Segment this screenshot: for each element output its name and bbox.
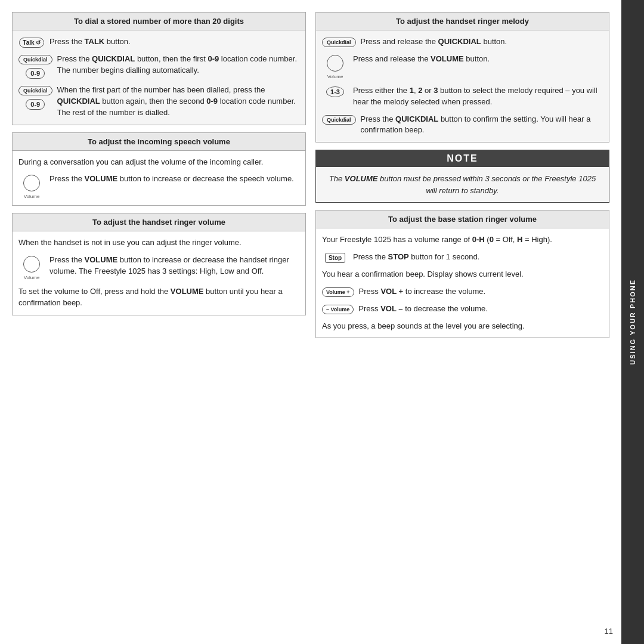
page-number: 11 bbox=[605, 627, 613, 636]
melody-step-4-text: Press the QUICKDIAL button to confirm th… bbox=[361, 114, 603, 137]
quickdial-09-2-icon-cell: Quickdial 0-9 bbox=[18, 85, 52, 110]
talk-arrow: ↺ bbox=[36, 39, 41, 46]
handset-ringer-section: To adjust the handset ringer volume When… bbox=[12, 213, 306, 315]
base-ringer-section: To adjust the base station ringer volume… bbox=[315, 210, 609, 338]
volume-circle-icon-2 bbox=[23, 256, 40, 273]
stop-icon-cell: Stop bbox=[322, 252, 348, 263]
handset-step-1-text: When the handset is not in use you can a… bbox=[18, 237, 299, 249]
handset-step-3-text: To set the volume to Off, press and hold… bbox=[18, 286, 299, 309]
dial-stored-section: To dial a stored number of more than 20 … bbox=[12, 12, 306, 125]
right-column: To adjust the handset ringer melody Quic… bbox=[315, 12, 609, 632]
13-icon-cell: 1-3 bbox=[322, 85, 348, 97]
quickdial-icon-cell-melody: Quickdial bbox=[322, 36, 356, 47]
volume-stack-1: Volume bbox=[23, 175, 40, 199]
talk-label: Talk bbox=[23, 39, 34, 46]
melody-step-1-text: Press and release the QUICKDIAL button. bbox=[361, 36, 603, 48]
base-step-6-text: As you press, a beep sounds at the level… bbox=[322, 321, 603, 332]
quickdial-09-2-stack: Quickdial 0-9 bbox=[18, 86, 52, 110]
quickdial-icon-2: Quickdial bbox=[18, 86, 52, 95]
dial-step-1-text: Press the TALK button. bbox=[49, 36, 299, 48]
handset-step-2: Volume Press the VOLUME button to increa… bbox=[18, 255, 299, 280]
volume-circle-icon-1 bbox=[23, 175, 40, 191]
quickdial-melody-icon: Quickdial bbox=[322, 38, 356, 47]
base-step-1: Your Freestyle 1025 has a volume range o… bbox=[322, 234, 603, 246]
handset-step-2-text: Press the VOLUME button to increase or d… bbox=[49, 255, 299, 277]
base-step-6: As you press, a beep sounds at the level… bbox=[322, 321, 603, 332]
note-section: NOTE The VOLUME button must be pressed w… bbox=[315, 150, 609, 203]
dial-step-2: Quickdial 0-9 Press the QUICKDIAL button… bbox=[18, 54, 299, 79]
base-step-1-text: Your Freestyle 1025 has a volume range o… bbox=[322, 234, 603, 246]
incoming-step-1: During a conversation you can adjust the… bbox=[18, 157, 299, 168]
volume-label-melody: Volume bbox=[327, 74, 343, 79]
vol-plus-icon: Volume + bbox=[322, 287, 354, 297]
dial-step-3: Quickdial 0-9 When the first part of the… bbox=[18, 85, 299, 119]
handset-melody-section: To adjust the handset ringer melody Quic… bbox=[315, 12, 609, 143]
volume-icon-cell-1: Volume bbox=[18, 174, 45, 199]
base-step-3-text: You hear a confirmation beep. Display sh… bbox=[322, 269, 603, 280]
note-header: NOTE bbox=[316, 150, 609, 167]
volume-label-1: Volume bbox=[24, 194, 40, 199]
left-column: To dial a stored number of more than 20 … bbox=[12, 12, 306, 632]
handset-step-3: To set the volume to Off, press and hold… bbox=[18, 286, 299, 309]
base-step-2-text: Press the STOP button for 1 second. bbox=[353, 252, 603, 263]
volume-icon-cell-2: Volume bbox=[18, 255, 45, 280]
melody-step-3: 1-3 Press either the 1, 2 or 3 button to… bbox=[322, 85, 603, 108]
handset-step-1: When the handset is not in use you can a… bbox=[18, 237, 299, 249]
melody-step-4: Quickdial Press the QUICKDIAL button to … bbox=[322, 114, 603, 137]
quickdial-melody-icon-2: Quickdial bbox=[322, 115, 356, 125]
keypad-09-icon: 0-9 bbox=[26, 68, 45, 79]
incoming-step-2: Volume Press the VOLUME button to increa… bbox=[18, 174, 299, 199]
vol-plus-icon-cell: Volume + bbox=[322, 286, 354, 297]
base-step-2: Stop Press the STOP button for 1 second. bbox=[322, 252, 603, 263]
sidebar-right: USING YOUR PHONE bbox=[621, 0, 644, 644]
note-body: The VOLUME button must be pressed within… bbox=[316, 167, 609, 202]
main-content: To dial a stored number of more than 20 … bbox=[0, 0, 621, 644]
sidebar-label: USING YOUR PHONE bbox=[629, 279, 636, 365]
base-step-3: You hear a confirmation beep. Display sh… bbox=[322, 269, 603, 280]
page-wrapper: To dial a stored number of more than 20 … bbox=[0, 0, 644, 644]
dial-stored-body: Talk ↺ Press the TALK button. Quickdial … bbox=[13, 30, 305, 125]
dial-step-2-text: Press the QUICKDIAL button, then the fir… bbox=[57, 54, 299, 76]
base-step-4: Volume + Press VOL + to increase the vol… bbox=[322, 286, 603, 298]
dial-step-1: Talk ↺ Press the TALK button. bbox=[18, 36, 299, 48]
talk-icon-cell: Talk ↺ bbox=[18, 36, 45, 48]
quickdial-09-icon-cell: Quickdial 0-9 bbox=[18, 54, 52, 79]
dial-step-3-text: When the first part of the number has be… bbox=[57, 85, 299, 119]
base-step-4-text: Press VOL + to increase the volume. bbox=[359, 286, 603, 298]
keypad-09-icon-2: 0-9 bbox=[26, 99, 45, 110]
dial-stored-header: To dial a stored number of more than 20 … bbox=[13, 13, 305, 30]
melody-step-2: Volume Press and release the VOLUME butt… bbox=[322, 54, 603, 79]
vol-minus-icon: – Volume bbox=[322, 305, 354, 314]
volume-stack-melody: Volume bbox=[327, 55, 343, 79]
talk-icon: Talk ↺ bbox=[19, 38, 44, 48]
quickdial-icon-cell-melody-2: Quickdial bbox=[322, 114, 356, 125]
volume-circle-melody bbox=[327, 55, 343, 72]
13-icon: 1-3 bbox=[326, 86, 344, 97]
base-step-5: – Volume Press VOL – to decrease the vol… bbox=[322, 304, 603, 315]
handset-ringer-body: When the handset is not in use you can a… bbox=[13, 231, 305, 315]
stop-icon: Stop bbox=[325, 253, 345, 263]
incoming-speech-header: To adjust the incoming speech volume bbox=[13, 133, 305, 151]
quickdial-09-stack: Quickdial 0-9 bbox=[18, 55, 52, 79]
volume-stack-2: Volume bbox=[23, 256, 40, 280]
incoming-step-2-text: Press the VOLUME button to increase or d… bbox=[49, 174, 299, 185]
base-step-5-text: Press VOL – to decrease the volume. bbox=[358, 304, 603, 315]
quickdial-icon: Quickdial bbox=[18, 55, 52, 64]
volume-circle-cell-melody: Volume bbox=[322, 54, 348, 79]
incoming-step-1-text: During a conversation you can adjust the… bbox=[18, 157, 299, 168]
incoming-speech-section: To adjust the incoming speech volume Dur… bbox=[12, 132, 306, 206]
handset-ringer-header: To adjust the handset ringer volume bbox=[13, 213, 305, 231]
melody-step-1: Quickdial Press and release the QUICKDIA… bbox=[322, 36, 603, 48]
handset-melody-body: Quickdial Press and release the QUICKDIA… bbox=[316, 30, 609, 142]
base-ringer-body: Your Freestyle 1025 has a volume range o… bbox=[316, 228, 609, 338]
base-ringer-header: To adjust the base station ringer volume bbox=[316, 210, 609, 228]
vol-minus-icon-cell: – Volume bbox=[322, 304, 354, 314]
melody-step-2-text: Press and release the VOLUME button. bbox=[353, 54, 603, 65]
volume-label-2: Volume bbox=[24, 275, 40, 280]
handset-melody-header: To adjust the handset ringer melody bbox=[316, 13, 609, 30]
incoming-speech-body: During a conversation you can adjust the… bbox=[13, 151, 305, 206]
melody-step-3-text: Press either the 1, 2 or 3 button to sel… bbox=[353, 85, 603, 108]
